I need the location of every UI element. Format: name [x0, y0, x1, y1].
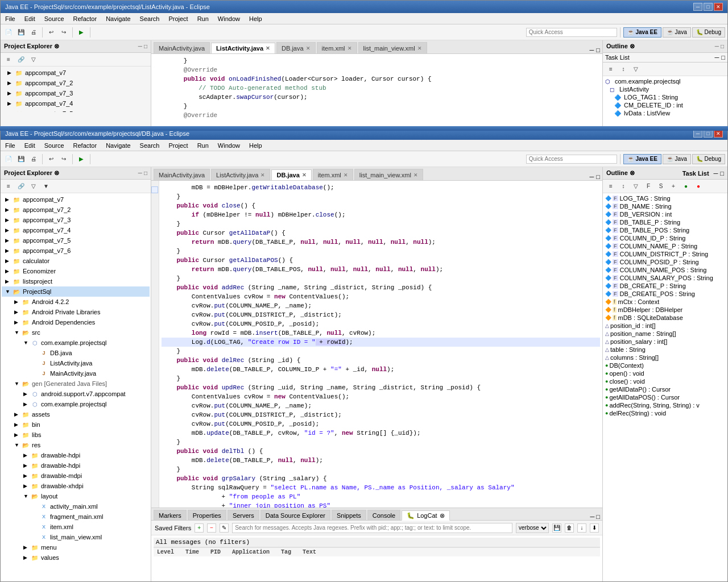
- top-filter[interactable]: ▽: [28, 54, 39, 65]
- tb-redo[interactable]: ↪: [58, 27, 69, 38]
- tree-drawable-mdpi[interactable]: ▶ 📁 drawable-mdpi: [2, 471, 150, 481]
- bot-tb-print[interactable]: 🖨: [28, 153, 39, 165]
- task-list-tab[interactable]: Task List: [605, 54, 630, 61]
- menu-help[interactable]: Help: [247, 15, 264, 23]
- o-delrec[interactable]: ● delRec(String) : void: [604, 409, 726, 417]
- menu-project[interactable]: Project: [166, 15, 190, 23]
- logcat-clear-btn[interactable]: 🗑: [565, 523, 574, 533]
- bot-menu-help[interactable]: Help: [247, 142, 264, 149]
- main-code-editor[interactable]: mDB = mDBHelper.getWritableDatabase(); }…: [151, 181, 602, 508]
- tree-drawable-hdpi2[interactable]: ▶ 📁 drawable-hdpi: [2, 460, 150, 471]
- logcat-scroll-btn[interactable]: ↓: [577, 523, 586, 533]
- tree-layout[interactable]: ▼ 📂 layout: [2, 491, 150, 501]
- tab-datasource[interactable]: Data Source Explorer: [260, 510, 330, 520]
- verbose-select[interactable]: verbose debug info warn error: [516, 523, 549, 533]
- outline-lvdata[interactable]: 🔷 lvData : ListView: [604, 109, 726, 117]
- tree-item-xml[interactable]: X item.xml: [2, 522, 150, 532]
- tree-appcompat-v73[interactable]: ▶ 📁 appcompat_v7_3: [2, 215, 150, 225]
- tree-list-activity[interactable]: J ListActivity.java: [2, 358, 150, 368]
- perspective-debug[interactable]: 🐛 Debug: [692, 27, 725, 38]
- top-panel-min[interactable]: ─: [138, 43, 142, 49]
- bot-tab-list[interactable]: ListActivity.java ✕: [211, 169, 270, 180]
- tab-console[interactable]: Console: [367, 510, 400, 520]
- top-outline-max[interactable]: □: [721, 43, 724, 49]
- outline-pkg[interactable]: ⬡ com.example.projectsql: [604, 77, 726, 85]
- bot-outline-filter[interactable]: ▽: [630, 181, 642, 192]
- tree-appcompat-v76[interactable]: ▶ 📁 appcompat_v7_6: [2, 246, 150, 256]
- o-mctx[interactable]: 🔶 f mCtx : Context: [604, 298, 726, 306]
- tree-gen[interactable]: ▼ 📂 gen [Generated Java Files]: [2, 379, 150, 389]
- bot-tab-db[interactable]: DB.java ✕: [271, 169, 311, 181]
- tree-listsproject[interactable]: ▶ 📁 listsproject: [2, 276, 150, 286]
- tab-db-top[interactable]: DB.java ✕: [276, 42, 316, 53]
- explorer-filter[interactable]: ▽: [28, 181, 39, 192]
- bot-outline-hide-static[interactable]: S: [655, 181, 667, 192]
- o-getalldatap[interactable]: ● getAllDataP() : Cursor: [604, 385, 726, 393]
- top-editor-min[interactable]: ─: [590, 47, 594, 53]
- tree-appcompat-v75[interactable]: ▶ 📁 appcompat_v7_5: [2, 235, 150, 246]
- top-minimize-btn[interactable]: ─: [693, 3, 702, 11]
- tab-listview-close-top[interactable]: ✕: [417, 45, 422, 51]
- tab-listview-top[interactable]: list_main_view.xml ✕: [358, 42, 427, 53]
- o-dbname[interactable]: 🔷 F DB_NAME : String: [604, 202, 726, 210]
- bot-tab-listview[interactable]: list_main_view.xml ✕: [354, 169, 423, 180]
- outline-class-list[interactable]: ◻ ListActivity: [604, 85, 726, 93]
- top-panel-max[interactable]: □: [144, 43, 147, 49]
- top-quick-access-input[interactable]: [526, 28, 617, 37]
- tree-libs[interactable]: ▶ 📁 libs: [2, 430, 150, 440]
- bot-outline-hide-fields[interactable]: F: [643, 181, 654, 192]
- o-table[interactable]: △ table : String: [604, 346, 726, 354]
- tb-undo[interactable]: ↩: [46, 27, 57, 38]
- tab-logcat-close[interactable]: ⊗: [440, 512, 445, 519]
- tree-com-example[interactable]: ▼ ⬡ com.example.projectsql: [2, 338, 150, 348]
- tree-appcompat[interactable]: ▶ 📁 appcompat_v7: [2, 68, 150, 78]
- tree-calculator[interactable]: ▶ 📁 calculator: [2, 256, 150, 266]
- top-code-editor[interactable]: } @Override public void onLoadFinished(L…: [151, 54, 602, 129]
- o-mdbhelper[interactable]: 🔶 f mDBHelper : DBHelper: [604, 306, 726, 314]
- tree-drawable-xhdpi[interactable]: ▶ 📁 drawable-xhdpi: [2, 481, 150, 491]
- bot-editor-max[interactable]: □: [596, 173, 600, 180]
- tb-run[interactable]: ▶: [76, 27, 87, 38]
- logcat-panel-min[interactable]: ─: [590, 513, 595, 520]
- logcat-panel-max[interactable]: □: [596, 513, 600, 520]
- bot-menu-run[interactable]: Run: [195, 142, 211, 149]
- explorer-min[interactable]: ─: [138, 170, 142, 176]
- bot-tab-item[interactable]: item.xml ✕: [313, 169, 353, 180]
- bot-perspective-debug[interactable]: 🐛 Debug: [692, 154, 725, 164]
- bot-menu-file[interactable]: File: [3, 142, 18, 149]
- o-dbconstructor[interactable]: ● DB(Context): [604, 361, 726, 369]
- menu-navigate[interactable]: Navigate: [104, 15, 133, 23]
- explorer-down[interactable]: ▼: [40, 181, 52, 192]
- bot-tb-undo[interactable]: ↩: [46, 153, 57, 165]
- tab-list-top[interactable]: ListActivity.java ✕: [211, 43, 275, 54]
- tree-appcompat-v74[interactable]: ▶ 📁 appcompat_v7_4: [2, 225, 150, 235]
- bot-tab-db-close[interactable]: ✕: [302, 172, 307, 178]
- bot-menu-search[interactable]: Search: [138, 142, 162, 149]
- tree-bin[interactable]: ▶ 📁 bin: [2, 419, 150, 430]
- o-positionid[interactable]: △ position_id : int[]: [604, 322, 726, 330]
- o-dbtablepos[interactable]: 🔷 F DB_TABLE_POS : String: [604, 226, 726, 234]
- tree-appcompat2[interactable]: ▶ 📁 appcompat_v7_2: [2, 78, 150, 88]
- bot-tab-listview-close[interactable]: ✕: [413, 172, 418, 178]
- tree-projectsql[interactable]: ▼ 📂 ProjectSql: [2, 286, 150, 297]
- bottom-quick-access-input[interactable]: [526, 155, 617, 164]
- tree-assets[interactable]: ▶ 📁 assets: [2, 409, 150, 419]
- o-columnnamep[interactable]: 🔷 F COLUMN_NAME_P : String: [604, 242, 726, 250]
- bot-outline-sort[interactable]: ↕: [618, 181, 629, 192]
- o-dbversion[interactable]: 🔷 F DB_VERSION : int: [604, 210, 726, 218]
- add-filter-btn[interactable]: +: [195, 523, 204, 533]
- tree-main-activity[interactable]: J MainActivity.java: [2, 368, 150, 379]
- tree-fragment-main-xml[interactable]: X fragment_main.xml: [2, 512, 150, 522]
- explorer-collapse[interactable]: ≡: [3, 181, 14, 192]
- o-dbcreatepos[interactable]: 🔷 F DB_CREATE_POS : String: [604, 290, 726, 298]
- edit-filter-btn[interactable]: ✎: [220, 523, 229, 533]
- bot-outline-min[interactable]: ─: [714, 170, 718, 177]
- o-columnnamepos[interactable]: 🔷 F COLUMN_NAME_POS : String: [604, 266, 726, 274]
- bot-menu-window[interactable]: Window: [216, 142, 242, 149]
- bot-outline-max[interactable]: □: [720, 170, 724, 177]
- o-open[interactable]: ● open() : void: [604, 369, 726, 377]
- tree-res[interactable]: ▼ 📂 res: [2, 440, 150, 450]
- logcat-export-btn[interactable]: ⬇: [590, 523, 599, 533]
- menu-source[interactable]: Source: [42, 15, 67, 23]
- top-maximize-btn[interactable]: □: [704, 3, 713, 11]
